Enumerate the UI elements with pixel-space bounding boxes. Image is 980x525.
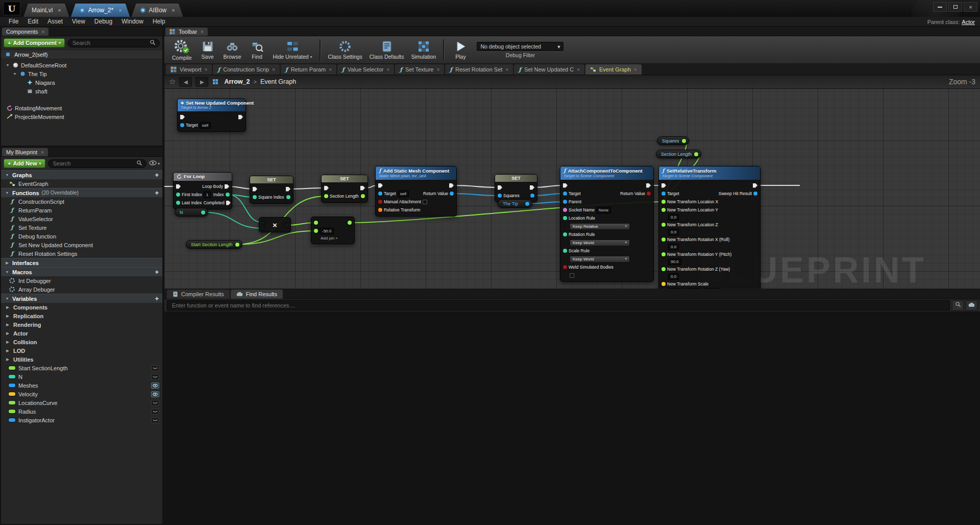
- doc-tab-value-selector[interactable]: ƒValue Selector×: [337, 64, 394, 75]
- parent-pin[interactable]: [563, 200, 567, 204]
- expander-icon[interactable]: ▶: [5, 331, 10, 336]
- var_out-pin[interactable]: [530, 194, 534, 198]
- close-icon[interactable]: ×: [577, 67, 580, 73]
- tree-row-defaultsceneroot[interactable]: ▼DefaultSceneRoot: [1, 61, 162, 69]
- variable-node-section-length[interactable]: Section Length: [656, 150, 701, 158]
- eye-toggle[interactable]: [151, 365, 159, 371]
- value-field[interactable]: 0.0: [668, 273, 679, 280]
- expander-icon[interactable]: ▶: [5, 314, 10, 318]
- add-component-button[interactable]: + Add Component ▾: [4, 38, 65, 47]
- close-icon[interactable]: ×: [505, 67, 508, 73]
- save-button[interactable]: Save: [195, 37, 220, 63]
- node-set[interactable]: SETSquares: [495, 174, 537, 202]
- hide-unrelated-button[interactable]: Hide Unrelated▾: [270, 37, 316, 63]
- item-constructionscript[interactable]: ƒConstructionScript: [1, 197, 162, 206]
- socket-name-value[interactable]: None: [596, 207, 611, 213]
- node-for-loop[interactable]: For LoopLoop BodyFirst Index1IndexLast I…: [173, 172, 232, 209]
- favorite-star-icon[interactable]: ☆: [169, 77, 176, 86]
- add-icon[interactable]: +: [155, 270, 159, 275]
- rotrule-pin[interactable]: [563, 232, 567, 236]
- variable-category-utilities[interactable]: ▶Utilities: [1, 355, 162, 364]
- variable-category-actor[interactable]: ▶Actor: [1, 329, 162, 338]
- add-new-button[interactable]: + Add New ▾: [4, 159, 45, 168]
- browse-button[interactable]: Browse: [220, 37, 245, 63]
- exec_out-pin[interactable]: [646, 183, 651, 188]
- expander-icon[interactable]: ▶: [5, 261, 10, 265]
- exec_out-pin[interactable]: [286, 187, 290, 192]
- item-returnparam[interactable]: ƒReturnParam: [1, 206, 162, 214]
- scalerule-pin[interactable]: [563, 249, 567, 253]
- exec_out-pin[interactable]: [530, 185, 534, 190]
- exec_in-pin[interactable]: [253, 187, 257, 192]
- socket-pin[interactable]: [563, 208, 567, 212]
- expander-icon[interactable]: ▶: [5, 357, 10, 362]
- doc-tab-set-texture[interactable]: ƒSet Texture×: [395, 64, 444, 75]
- locx-pin[interactable]: [662, 200, 666, 204]
- node-set-new-updated-component[interactable]: ◆Set New Updated ComponentTarget is Arro…: [177, 99, 246, 132]
- vector-field[interactable]: Y10.0: [686, 288, 702, 289]
- value-field[interactable]: 0.0: [668, 244, 679, 250]
- visibility-filter-button[interactable]: ▾: [149, 160, 160, 167]
- section-graphs[interactable]: ▼Graphs+: [1, 170, 162, 179]
- simulation-button[interactable]: Simulation: [407, 37, 439, 63]
- tab-toolbar[interactable]: Toolbar ×: [165, 28, 208, 36]
- exec_in-pin[interactable]: [176, 184, 181, 189]
- value-field[interactable]: 0.0: [668, 214, 679, 221]
- eye-toggle[interactable]: [151, 383, 159, 389]
- section-interfaces[interactable]: ▶Interfaces: [1, 258, 162, 267]
- multiply-node[interactable]: ×: [259, 217, 291, 232]
- tree-row-the-tip[interactable]: ▼The Tip: [1, 69, 162, 78]
- close-icon[interactable]: ×: [172, 7, 175, 13]
- checkbox[interactable]: [423, 200, 427, 204]
- vector-field[interactable]: Z10.0: [704, 288, 720, 289]
- manual-pin[interactable]: [378, 200, 382, 204]
- variable-instigatoractor[interactable]: InstigatorActor: [1, 416, 162, 424]
- out-pin[interactable]: [694, 152, 698, 156]
- exec_in-pin[interactable]: [324, 186, 329, 190]
- exec_out-pin[interactable]: [753, 183, 757, 188]
- node-attachcomponenttocomponent[interactable]: ƒAttachComponentToComponentTarget is Sce…: [560, 166, 654, 282]
- node-addpin[interactable]: -50.0Add pin +: [311, 217, 355, 244]
- play-button[interactable]: Play: [448, 37, 473, 63]
- out-pin[interactable]: [682, 139, 686, 143]
- exec_out-pin[interactable]: [360, 186, 365, 190]
- item-set-texture[interactable]: ƒSet Texture: [1, 223, 162, 232]
- var_in-pin[interactable]: [253, 195, 257, 199]
- class-settings-button[interactable]: Class Settings: [325, 37, 366, 63]
- close-icon[interactable]: ×: [41, 150, 44, 155]
- section-macros[interactable]: ▼Macros+: [1, 267, 162, 276]
- forward-button[interactable]: ▶: [195, 77, 208, 87]
- close-icon[interactable]: ×: [634, 67, 637, 73]
- exec_out-pin[interactable]: [238, 115, 243, 120]
- menu-debug[interactable]: Debug: [90, 18, 117, 25]
- eye-toggle[interactable]: [151, 417, 159, 423]
- variable-node-n[interactable]: N: [175, 208, 208, 217]
- variable-category-collision[interactable]: ▶Collision: [1, 338, 162, 346]
- bottom-tab-compiler-results[interactable]: Compiler Results: [167, 290, 230, 299]
- self-component-row[interactable]: Arrow_2(self): [1, 50, 162, 59]
- reltrans-pin[interactable]: [378, 208, 382, 212]
- retval-pin[interactable]: [450, 192, 454, 196]
- enum-dropdown[interactable]: Keep Relative▾: [570, 223, 630, 230]
- out-pin[interactable]: [284, 223, 288, 227]
- add-pin[interactable]: Add pin +: [321, 236, 338, 241]
- debug-object-dropdown[interactable]: No debug object selected▾: [477, 42, 564, 51]
- tree-row-niagara[interactable]: Niagara: [1, 78, 162, 87]
- value-field[interactable]: 90.0: [668, 258, 681, 265]
- expander-icon[interactable]: ▶: [5, 349, 10, 353]
- eye-toggle[interactable]: [151, 374, 159, 380]
- back-button[interactable]: ◀: [179, 77, 192, 87]
- expander-icon[interactable]: ▼: [5, 173, 10, 177]
- window-tab-aibow[interactable]: AIBow×: [132, 4, 183, 17]
- eye-toggle[interactable]: [151, 400, 159, 406]
- first_index-pin[interactable]: [176, 193, 180, 197]
- event-graph-canvas[interactable]: BLUEPRINT ☆ ◀ ▶ Arrow_2 > Event Graph Zo…: [164, 75, 980, 289]
- first-index-value[interactable]: 1: [204, 192, 211, 198]
- hitresult-pin[interactable]: [753, 192, 757, 196]
- exec_in-pin[interactable]: [378, 183, 383, 188]
- node-add-static-mesh-component[interactable]: ƒAdd Static Mesh ComponentStatic Mesh pl…: [375, 166, 457, 217]
- target-pin[interactable]: [662, 192, 666, 196]
- rotz-pin[interactable]: [662, 267, 666, 271]
- retval-pin[interactable]: [647, 192, 651, 196]
- breadcrumb-page[interactable]: Event Graph: [260, 78, 296, 85]
